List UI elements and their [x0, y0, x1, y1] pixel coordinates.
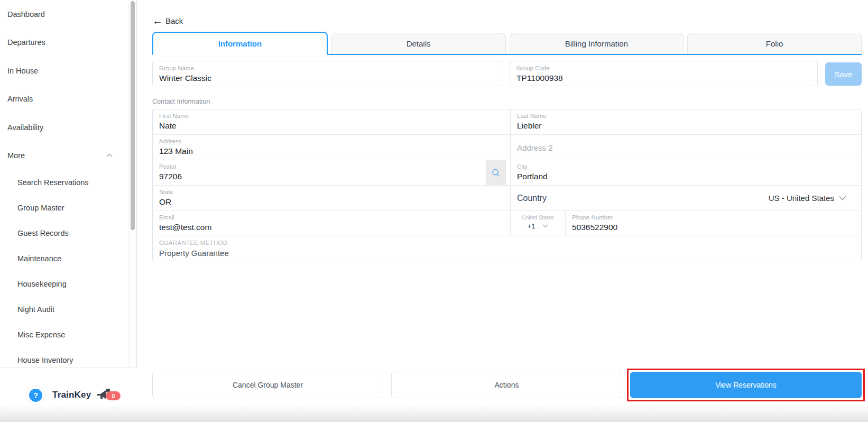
notification-badge: 0: [106, 391, 121, 400]
state-label: State: [159, 189, 504, 195]
group-name-field[interactable]: Group Name Winter Classic: [152, 61, 503, 86]
state-field[interactable]: State OR: [153, 186, 511, 210]
table-row: First Name Nate Last Name Liebler: [153, 109, 861, 135]
sidebar-nav: Dashboard Departures In House Arrivals A…: [0, 0, 128, 368]
sidebar-item-departures[interactable]: Departures: [0, 29, 128, 57]
sidebar-item-label: In House: [7, 67, 38, 75]
table-row: Postal 97206 City Portland: [153, 160, 861, 186]
sidebar-item-arrivals[interactable]: Arrivals: [0, 85, 128, 114]
sidebar-item-label: Guest Records: [17, 229, 69, 237]
tab-label: Information: [218, 39, 262, 48]
sidebar-item-label: More: [7, 151, 25, 160]
phone-group: United States +1 Phone Number 5036522900: [511, 211, 861, 236]
sidebar-item-more[interactable]: More: [0, 142, 128, 170]
address-field[interactable]: Address 123 Main: [153, 135, 511, 160]
postal-label: Postal: [159, 163, 504, 170]
arrow-left-icon: ←: [152, 16, 163, 25]
sidebar-item-misc-expense[interactable]: Misc Expense: [0, 322, 128, 347]
first-name-field[interactable]: First Name Nate: [153, 109, 511, 134]
address-value: 123 Main: [159, 146, 504, 156]
sidebar-item-label: Departures: [7, 38, 45, 47]
guarantee-method-label: GUARANTEE METHOD: [159, 240, 855, 246]
tab-bar: Information Details Billing Information …: [152, 33, 862, 55]
sidebar-scrollbar-thumb[interactable]: [131, 1, 135, 230]
sidebar-item-group-master[interactable]: Group Master: [0, 195, 128, 221]
phone-country-label: United States: [511, 215, 565, 221]
guarantee-method-field[interactable]: GUARANTEE METHOD Property Guarantee: [153, 236, 861, 261]
tab-folio[interactable]: Folio: [687, 33, 862, 54]
table-row: Address 123 Main Address 2: [153, 135, 861, 160]
sidebar: Dashboard Departures In House Arrivals A…: [0, 0, 137, 422]
last-name-field[interactable]: Last Name Liebler: [511, 109, 861, 134]
sidebar-footer: ? TrainKey 0: [0, 368, 137, 422]
tab-details[interactable]: Details: [331, 33, 506, 54]
trainkey-brand: TrainKey: [52, 390, 91, 400]
back-button[interactable]: ← Back: [152, 16, 183, 25]
sidebar-item-label: Arrivals: [7, 95, 33, 103]
announcements-button[interactable]: 0: [96, 388, 112, 402]
sidebar-item-label: Misc Expense: [17, 331, 65, 339]
sidebar-item-maintenance[interactable]: Maintenance: [0, 246, 128, 271]
address-label: Address: [159, 138, 504, 144]
sidebar-item-label: Housekeeping: [17, 280, 67, 288]
email-field[interactable]: Email test@test.com: [153, 211, 511, 236]
email-label: Email: [159, 214, 504, 221]
phone-country-select[interactable]: United States +1: [511, 211, 566, 236]
back-label: Back: [165, 16, 183, 25]
table-row: GUARANTEE METHOD Property Guarantee: [153, 236, 861, 261]
group-code-value: TP11000938: [516, 74, 811, 83]
country-value: US - United States: [769, 194, 834, 203]
sidebar-item-availability[interactable]: Availability: [0, 113, 128, 142]
city-value: Portland: [517, 172, 855, 181]
actions-button[interactable]: Actions: [391, 372, 622, 398]
state-value: OR: [159, 197, 504, 207]
phone-number-value: 5036522900: [572, 223, 855, 232]
sidebar-item-label: Dashboard: [7, 10, 45, 19]
guarantee-method-value: Property Guarantee: [159, 249, 855, 258]
sidebar-item-in-house[interactable]: In House: [0, 57, 128, 85]
chevron-down-icon: [542, 224, 548, 228]
table-row: Email test@test.com United States +1 Pho…: [153, 211, 861, 236]
sidebar-item-label: Search Reservations: [17, 178, 89, 187]
group-code-field[interactable]: Group Code TP11000938: [510, 61, 818, 86]
city-label: City: [517, 163, 855, 170]
address2-placeholder: Address 2: [517, 138, 855, 160]
email-value: test@test.com: [159, 223, 504, 232]
tab-label: Details: [407, 39, 431, 48]
main-content: ← Back Information Details Billing Infor…: [137, 0, 868, 422]
search-icon: [491, 168, 501, 178]
sidebar-item-label: House Inventory: [17, 356, 73, 364]
address2-field[interactable]: Address 2: [511, 135, 861, 160]
phone-number-label: Phone Number: [572, 214, 855, 221]
question-mark-icon: ?: [29, 389, 42, 402]
contact-information-panel: First Name Nate Last Name Liebler Addres…: [152, 109, 862, 261]
chevron-down-icon: [839, 196, 846, 200]
tab-information[interactable]: Information: [152, 32, 328, 55]
last-name-label: Last Name: [517, 113, 855, 119]
phone-country-code: +1: [528, 222, 535, 230]
sidebar-item-night-audit[interactable]: Night Audit: [0, 297, 128, 322]
group-name-value: Winter Classic: [159, 74, 496, 83]
last-name-value: Liebler: [517, 121, 855, 131]
postal-lookup-button[interactable]: [486, 160, 506, 185]
help-button[interactable]: ?: [26, 386, 45, 405]
sidebar-item-search-reservations[interactable]: Search Reservations: [0, 170, 128, 195]
country-select[interactable]: Country US - United States: [511, 186, 861, 210]
save-button[interactable]: Save: [825, 62, 862, 86]
chevron-up-icon: [106, 153, 113, 158]
sidebar-item-guest-records[interactable]: Guest Records: [0, 221, 128, 246]
postal-field[interactable]: Postal 97206: [153, 160, 511, 185]
sidebar-scrollbar-track[interactable]: [128, 0, 136, 367]
sidebar-item-dashboard[interactable]: Dashboard: [0, 0, 128, 29]
view-reservations-button[interactable]: View Reservations: [630, 372, 862, 398]
city-field[interactable]: City Portland: [511, 160, 861, 185]
sidebar-item-house-inventory[interactable]: House Inventory: [0, 347, 128, 368]
tab-label: Folio: [766, 39, 783, 48]
sidebar-item-label: Night Audit: [17, 305, 54, 314]
tab-billing-information[interactable]: Billing Information: [510, 33, 684, 54]
cancel-group-master-button[interactable]: Cancel Group Master: [152, 372, 383, 398]
phone-number-field[interactable]: Phone Number 5036522900: [566, 211, 861, 236]
sidebar-item-housekeeping[interactable]: Housekeeping: [0, 271, 128, 297]
tab-label: Billing Information: [565, 39, 628, 48]
postal-value: 97206: [159, 172, 504, 181]
